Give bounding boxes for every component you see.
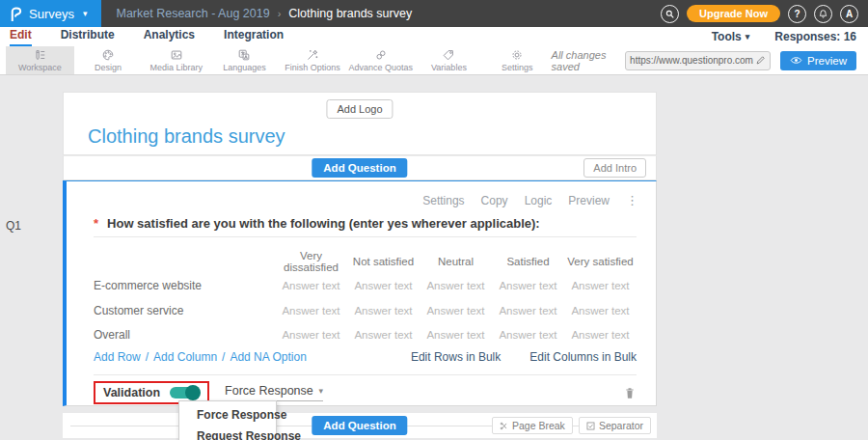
delete-question-trash-icon[interactable] (623, 386, 637, 400)
matrix-column-header[interactable]: Neutral (420, 256, 492, 267)
survey-canvas: Q1 Add Logo Clothing brands survey Add Q… (0, 76, 868, 440)
more-vert-icon[interactable]: ⋮ (626, 193, 638, 207)
matrix-cell[interactable]: Answer text (492, 280, 564, 291)
search-button[interactable] (661, 5, 679, 23)
validation-row: Validation Force Response ▾ (94, 380, 637, 405)
notifications-button[interactable] (814, 5, 832, 23)
survey-url-box (625, 51, 771, 70)
upgrade-button[interactable]: Upgrade Now (687, 5, 780, 22)
matrix-row-label[interactable]: E-commerce website (94, 279, 275, 292)
workspace-icon (33, 48, 46, 62)
matrix-column-header[interactable]: Very dissatisfied (275, 250, 347, 273)
preview-button[interactable]: Preview (780, 51, 856, 70)
question-preview-link[interactable]: Preview (568, 194, 610, 207)
matrix-cell[interactable]: Answer text (347, 329, 420, 341)
tab-edit[interactable]: Edit (10, 28, 32, 46)
survey-toolbar: Workspace Design Media Library Languages… (0, 46, 868, 75)
matrix-cell[interactable]: Answer text (420, 329, 492, 341)
add-question-button-bottom[interactable]: Add Question (312, 416, 407, 435)
question-copy-link[interactable]: Copy (481, 194, 508, 207)
question-text[interactable]: How satisfied are you with the following… (107, 216, 540, 231)
add-column-link[interactable]: Add Column (153, 350, 217, 364)
nav-tabs: Edit Distribute Analytics Integration (10, 28, 284, 46)
toolbar-item-advance-quotas[interactable]: Advance Quotas (346, 46, 415, 74)
question-block: Settings Copy Logic Preview ⋮ * How sati… (63, 180, 657, 406)
matrix-cell[interactable]: Answer text (564, 329, 637, 341)
tools-label: Tools (712, 30, 742, 43)
add-na-option-link[interactable]: Add NA Option (230, 350, 306, 364)
edit-url-pencil-icon[interactable] (755, 55, 766, 66)
link-separator: / (222, 350, 225, 364)
toolbar-item-variables[interactable]: Variables (415, 46, 483, 74)
nav-right: Tools ▾ Responses: 16 (712, 30, 856, 43)
matrix-cell[interactable]: Answer text (564, 280, 637, 291)
question-settings-link[interactable]: Settings (422, 194, 464, 207)
tab-integration[interactable]: Integration (224, 28, 284, 46)
toolbar-item-languages[interactable]: Languages (210, 46, 279, 74)
matrix-column-header[interactable]: Not satisfied (347, 256, 420, 267)
matrix-column-header[interactable]: Very satisfied (564, 256, 637, 267)
toolbar-item-media-library[interactable]: Media Library (142, 46, 210, 74)
tab-analytics[interactable]: Analytics (144, 28, 195, 46)
toolbar-item-design[interactable]: Design (74, 46, 143, 74)
responses-count[interactable]: Responses: 16 (774, 30, 856, 43)
matrix-cell[interactable]: Answer text (275, 329, 347, 341)
add-question-button-top[interactable]: Add Question (312, 158, 407, 178)
question-divider (94, 236, 637, 237)
matrix-cell[interactable]: Answer text (492, 329, 564, 341)
breadcrumb: Market Research - Aug 2019 › Clothing br… (117, 7, 413, 20)
matrix-cell[interactable]: Answer text (492, 305, 564, 316)
save-status: All changes saved (552, 49, 616, 72)
tools-menu[interactable]: Tools ▾ (712, 30, 750, 43)
chevron-down-icon: ▾ (319, 386, 324, 396)
toolbar-item-label: Advance Quotas (349, 63, 414, 72)
toolbar-item-settings[interactable]: Settings (483, 46, 552, 74)
product-name: Surveys (29, 7, 74, 21)
survey-title[interactable]: Clothing brands survey (88, 125, 285, 148)
avatar[interactable]: A (840, 5, 858, 23)
help-button[interactable]: ? (788, 5, 806, 23)
add-intro-button[interactable]: Add Intro (583, 158, 646, 178)
topbar-actions: Upgrade Now ? A (661, 5, 868, 23)
page-break-chip[interactable]: Page Break (492, 417, 573, 434)
question-logic-link[interactable]: Logic (525, 194, 553, 207)
matrix-row-label[interactable]: Customer service (94, 304, 275, 317)
validation-type-dropdown[interactable]: Force Response ▾ (225, 384, 323, 401)
bell-icon (818, 9, 828, 19)
preview-label: Preview (807, 55, 847, 67)
page-break-label: Page Break (512, 420, 565, 431)
matrix-cell[interactable]: Answer text (347, 280, 420, 291)
separator-chip[interactable]: Separator (579, 417, 651, 434)
survey-url-input[interactable] (630, 55, 753, 66)
matrix-row-label[interactable]: Overall (94, 328, 275, 342)
validation-label: Validation (103, 386, 160, 399)
edit-rows-bulk-link[interactable]: Edit Rows in Bulk (411, 350, 501, 364)
validation-toggle[interactable] (170, 387, 199, 399)
menu-item-request-response[interactable]: Request Response (179, 426, 276, 440)
tab-distribute[interactable]: Distribute (61, 28, 115, 46)
settings-icon (510, 48, 524, 62)
matrix-cell[interactable]: Answer text (275, 305, 347, 316)
toolbar-item-workspace[interactable]: Workspace (6, 46, 74, 74)
breadcrumb-folder[interactable]: Market Research - Aug 2019 (117, 7, 270, 20)
question-actions: Settings Copy Logic Preview ⋮ (422, 193, 638, 207)
edit-columns-bulk-link[interactable]: Edit Columns in Bulk (529, 350, 637, 364)
toolbar-right: All changes saved Preview (552, 46, 868, 74)
toolbar-item-finish-options[interactable]: Finish Options (279, 46, 347, 74)
matrix-cell[interactable]: Answer text (420, 305, 492, 316)
add-logo-button[interactable]: Add Logo (326, 99, 393, 119)
matrix-cell[interactable]: Answer text (347, 305, 420, 316)
toolbar-item-label: Finish Options (285, 63, 340, 72)
add-row-link[interactable]: Add Row (94, 350, 141, 364)
required-asterisk: * (94, 216, 98, 231)
toolbar-item-label: Media Library (149, 63, 203, 72)
page-options: Page Break Separator (492, 417, 651, 434)
matrix-cell[interactable]: Answer text (564, 305, 637, 316)
app-logo-menu[interactable]: Surveys ▾ (0, 0, 101, 27)
matrix-column-header[interactable]: Satisfied (492, 256, 564, 267)
variables-icon (442, 48, 455, 62)
matrix-cell[interactable]: Answer text (420, 280, 492, 291)
menu-item-force-response[interactable]: Force Response (179, 404, 276, 426)
matrix-cell[interactable]: Answer text (275, 280, 347, 291)
languages-icon (237, 48, 251, 62)
